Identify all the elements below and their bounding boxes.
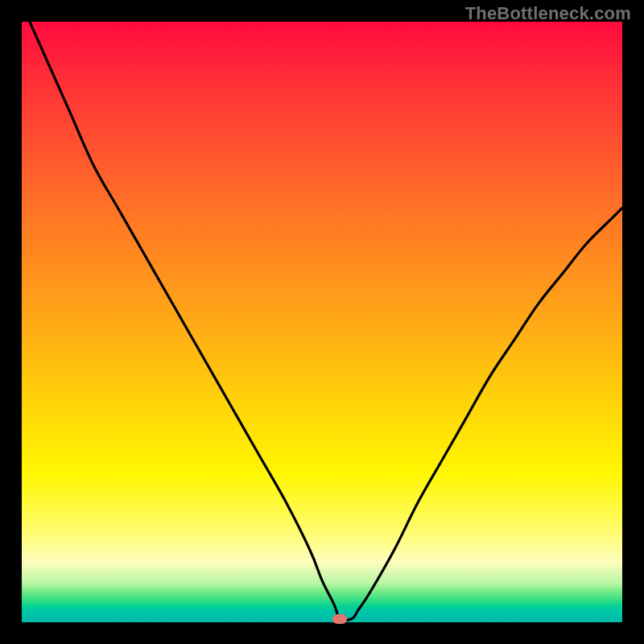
chart-frame: TheBottleneck.com bbox=[0, 0, 644, 644]
bottleneck-curve bbox=[22, 22, 622, 622]
plot-area bbox=[22, 22, 622, 622]
minimum-marker bbox=[332, 614, 347, 624]
